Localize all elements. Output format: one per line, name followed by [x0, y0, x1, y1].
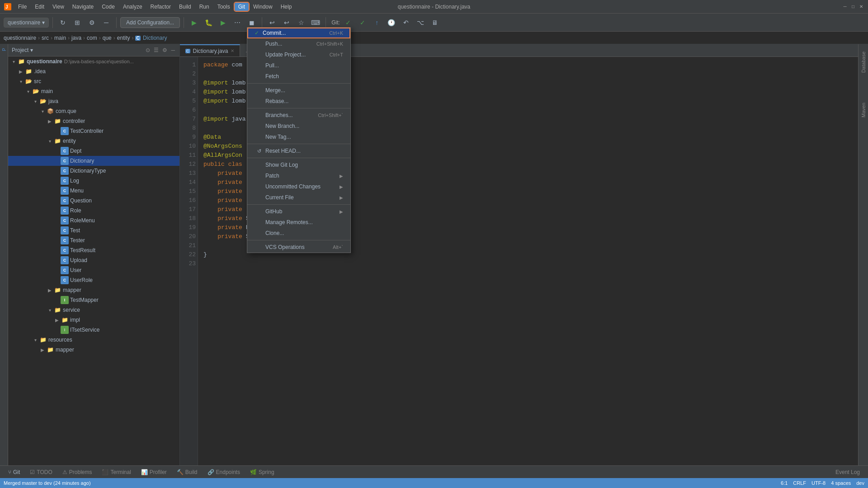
current-file-arrow-icon: ▶ — [340, 195, 343, 200]
menu-window[interactable]: Window — [250, 3, 276, 11]
menu-sep-2 — [247, 108, 350, 108]
vcs-operations-label: VCS Operations — [265, 244, 305, 250]
uncommitted-changes-label: Uncommitted Changes — [265, 183, 321, 190]
menu-build[interactable]: Build — [175, 3, 195, 11]
fetch-label: Fetch — [265, 73, 279, 80]
menu-tools[interactable]: Tools — [214, 3, 234, 11]
push-shortcut: Ctrl+Shift+K — [316, 41, 343, 47]
uncommitted-changes-arrow-icon: ▶ — [340, 184, 343, 189]
menu-item-clone[interactable]: Clone... — [247, 228, 350, 239]
menu-code[interactable]: Code — [98, 3, 118, 11]
menu-edit[interactable]: Edit — [31, 3, 48, 11]
github-label: GitHub — [265, 208, 282, 215]
menu-item-reset-head[interactable]: ↺ Reset HEAD... — [247, 145, 350, 156]
menu-view[interactable]: View — [49, 3, 68, 11]
merge-label: Merge... — [265, 87, 285, 94]
menu-item-commit[interactable]: ✓ Commit... Ctrl+K — [247, 28, 350, 38]
menu-item-patch[interactable]: Patch ▶ — [247, 170, 350, 181]
rebase-label: Rebase... — [265, 98, 288, 104]
update-project-label: Update Project... — [265, 52, 306, 58]
menu-refactor[interactable]: Refactor — [147, 3, 175, 11]
reset-head-label: Reset HEAD... — [265, 148, 301, 154]
show-git-log-label: Show Git Log — [265, 162, 298, 168]
menu-item-pull[interactable]: Pull... — [247, 60, 350, 71]
menu-item-show-git-log[interactable]: Show Git Log — [247, 160, 350, 170]
menu-file[interactable]: File — [14, 3, 30, 11]
patch-label: Patch — [265, 173, 279, 179]
new-branch-label: New Branch... — [265, 123, 299, 129]
branches-label: Branches... — [265, 112, 293, 118]
menu-sep-3 — [247, 144, 350, 144]
window-controls: ─ □ ✕ — [842, 4, 864, 10]
reset-icon: ↺ — [255, 148, 264, 154]
menu-sep-1 — [247, 83, 350, 84]
minimize-button[interactable]: ─ — [842, 4, 848, 10]
menu-item-new-branch[interactable]: New Branch... — [247, 121, 350, 131]
menu-item-branches[interactable]: Branches... Ctrl+Shift+` — [247, 110, 350, 121]
menu-help[interactable]: Help — [277, 3, 296, 11]
menu-item-push[interactable]: Push... Ctrl+Shift+K — [247, 38, 350, 49]
menu-item-current-file[interactable]: Current File ▶ — [247, 192, 350, 203]
branches-shortcut: Ctrl+Shift+` — [318, 113, 343, 118]
menu-analyze[interactable]: Analyze — [119, 3, 146, 11]
commit-shortcut: Ctrl+K — [329, 30, 343, 36]
git-dropdown-menu: ✓ Commit... Ctrl+K Push... Ctrl+Shift+K … — [247, 27, 351, 253]
menu-item-fetch[interactable]: Fetch — [247, 71, 350, 82]
menu-item-new-tag[interactable]: New Tag... — [247, 131, 350, 142]
menu-sep-4 — [247, 158, 350, 158]
manage-remotes-label: Manage Remotes... — [265, 219, 313, 225]
menu-run[interactable]: Run — [196, 3, 213, 11]
menu-git[interactable]: Git — [235, 3, 249, 11]
menu-item-update-project[interactable]: Update Project... Ctrl+T — [247, 49, 350, 60]
svg-text:J: J — [5, 5, 8, 9]
menu-item-manage-remotes[interactable]: Manage Remotes... — [247, 217, 350, 228]
pull-label: Pull... — [265, 62, 279, 69]
checkmark-icon: ✓ — [255, 30, 259, 36]
git-menu-overlay[interactable]: ✓ Commit... Ctrl+K Push... Ctrl+Shift+K … — [0, 14, 868, 488]
menu-item-vcs-operations[interactable]: VCS Operations Alt+` — [247, 242, 350, 253]
menu-sep-6 — [247, 240, 350, 240]
update-project-shortcut: Ctrl+T — [330, 52, 343, 57]
menu-item-rebase[interactable]: Rebase... — [247, 96, 350, 107]
github-arrow-icon: ▶ — [340, 209, 343, 214]
menu-item-uncommitted-changes[interactable]: Uncommitted Changes ▶ — [247, 181, 350, 192]
commit-label: Commit... — [263, 30, 286, 36]
patch-arrow-icon: ▶ — [340, 174, 343, 178]
title-bar: J File Edit View Navigate Code Analyze R… — [0, 0, 868, 14]
window-title: questionnaire - Dictionary.java — [398, 4, 471, 10]
app-icon: J — [4, 3, 12, 11]
vcs-operations-shortcut: Alt+` — [333, 244, 343, 250]
menu-sep-5 — [247, 204, 350, 205]
menu-item-github[interactable]: GitHub ▶ — [247, 206, 350, 217]
current-file-label: Current File — [265, 194, 294, 201]
maximize-button[interactable]: □ — [850, 4, 856, 10]
menu-item-merge[interactable]: Merge... — [247, 85, 350, 96]
close-button[interactable]: ✕ — [858, 4, 864, 10]
clone-label: Clone... — [265, 230, 284, 236]
new-tag-label: New Tag... — [265, 134, 291, 140]
menu-navigate[interactable]: Navigate — [69, 3, 97, 11]
push-label: Push... — [265, 41, 282, 47]
